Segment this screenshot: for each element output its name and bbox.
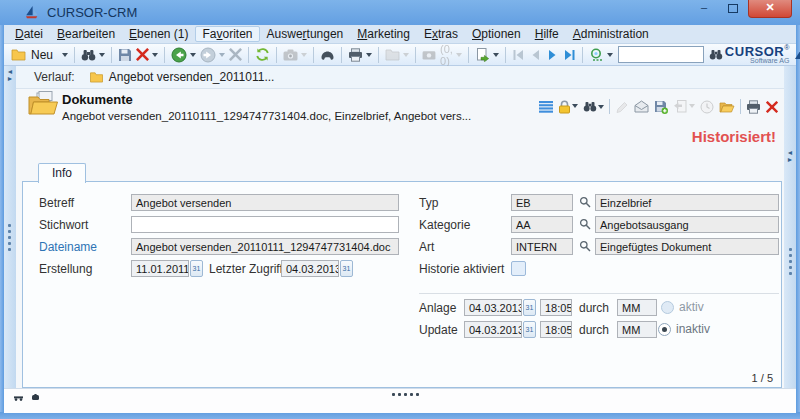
search-input[interactable]: [618, 46, 704, 63]
list-view-icon[interactable]: [539, 101, 553, 113]
left-splitter-handle[interactable]: [8, 224, 11, 251]
back-dropdown-icon[interactable]: [190, 53, 196, 60]
update-time-field[interactable]: 18:05: [540, 321, 572, 338]
anlage-date-field[interactable]: 04.03.2013: [464, 299, 522, 316]
record-search-button[interactable]: [583, 101, 604, 112]
print-button[interactable]: [346, 47, 374, 63]
record-subtitle: Angebot versenden_20110111_1294747731404…: [62, 110, 471, 122]
record-search-dropdown-icon[interactable]: [598, 105, 604, 112]
art-code-field[interactable]: INTERN: [511, 238, 573, 255]
radio-inaktiv[interactable]: inaktiv: [658, 322, 710, 336]
menu-item-optionen[interactable]: Optionen: [465, 26, 528, 42]
save-new-icon[interactable]: [654, 100, 668, 114]
typ-text-field[interactable]: Einzelbrief: [595, 194, 779, 211]
stichwort-field[interactable]: [131, 216, 399, 233]
typ-code-field[interactable]: EB: [511, 194, 573, 211]
export-button[interactable]: [473, 47, 501, 63]
camera-icon: [283, 49, 298, 61]
print-dropdown-icon[interactable]: [366, 53, 372, 60]
right-collapse-arrows-icon[interactable]: ◄►: [784, 66, 796, 163]
anlage-time-field[interactable]: 18:05: [540, 299, 572, 316]
vendor-logo: CURSOR® Software AG: [725, 43, 800, 66]
update-label: Update: [419, 323, 458, 337]
snapshot-button: [281, 48, 309, 62]
anlage-user-field[interactable]: MM: [617, 299, 657, 316]
menu-item-favoriten[interactable]: Favoriten: [195, 26, 259, 42]
delete-button[interactable]: [134, 47, 160, 62]
menu-item-ebenen-1[interactable]: Ebenen (1): [122, 26, 195, 42]
quick-search-dropdown-icon[interactable]: [607, 53, 613, 60]
history-label: Verlauf:: [34, 70, 75, 84]
status-badge: Historisiert!: [692, 128, 776, 145]
menu-item-administration[interactable]: Administration: [566, 26, 656, 42]
right-collapse-strip[interactable]: ◄►: [783, 66, 796, 388]
menu-item-datei[interactable]: Datei: [8, 26, 50, 42]
lock-dropdown-icon[interactable]: [572, 104, 578, 111]
kategorie-code-field[interactable]: AA: [511, 216, 573, 233]
minimize-button[interactable]: –: [690, 0, 718, 17]
statusbar-icon-2[interactable]: [31, 394, 40, 401]
update-user-field[interactable]: MM: [617, 321, 657, 338]
left-collapse-arrows-icon[interactable]: ◄►: [4, 66, 16, 82]
save-button[interactable]: [116, 47, 134, 63]
folder-gray-icon: [385, 48, 400, 61]
kategorie-lookup-icon[interactable]: [579, 218, 592, 231]
back-button[interactable]: [169, 46, 198, 64]
first-record-button: [510, 48, 527, 62]
art-lookup-icon[interactable]: [579, 240, 592, 253]
menu-item-hilfe[interactable]: Hilfe: [528, 26, 566, 42]
title-bar: CURSOR-CRM – ✕: [0, 0, 800, 25]
next-record-button[interactable]: [544, 48, 561, 62]
menu-item-extras[interactable]: Extras: [417, 26, 465, 42]
last-record-icon: [563, 49, 576, 61]
update-date-field[interactable]: 04.03.2013: [464, 321, 522, 338]
new-dropdown-icon[interactable]: [62, 53, 68, 60]
tab-info[interactable]: Info: [38, 163, 86, 183]
dateiname-field[interactable]: Angebot versenden_20110111_1294747731404…: [131, 238, 399, 255]
lock-button[interactable]: [558, 100, 578, 114]
export-dropdown-icon[interactable]: [493, 53, 499, 60]
open-mail-icon[interactable]: [634, 100, 649, 113]
maximize-button[interactable]: [719, 0, 747, 17]
statusbar-icon-1[interactable]: [14, 394, 23, 401]
menu-item-bearbeiten[interactable]: Bearbeiten: [50, 26, 122, 42]
refresh-button[interactable]: [253, 46, 272, 63]
historie-checkbox[interactable]: [511, 261, 526, 276]
radio-inaktiv-circle-icon[interactable]: [658, 323, 671, 336]
search-dropdown-icon[interactable]: [99, 53, 105, 60]
menu-item-marketing[interactable]: Marketing: [350, 26, 417, 42]
typ-label: Typ: [419, 196, 438, 210]
erstellung-calendar-button[interactable]: 31: [190, 260, 203, 277]
historie-label: Historie aktiviert: [419, 262, 504, 276]
vendor-sail-icon: [792, 47, 800, 63]
phone-button[interactable]: [318, 48, 337, 62]
record-print-icon[interactable]: [746, 100, 761, 114]
letzter-zugriff-label: Letzter Zugriff: [209, 262, 283, 276]
open-folder-icon[interactable]: [719, 100, 735, 113]
erstellung-date-field[interactable]: 11.01.2011: [131, 260, 189, 277]
update-calendar-button[interactable]: 31: [523, 321, 536, 338]
snapshot-dropdown-icon: [301, 53, 307, 60]
letzter-zugriff-date-field[interactable]: 04.03.2013: [281, 260, 339, 277]
horizontal-splitter-handle[interactable]: [392, 393, 419, 396]
history-item[interactable]: Angebot versenden_2011011...: [89, 70, 275, 84]
delete-dropdown-icon[interactable]: [152, 53, 158, 60]
dateiname-link-label[interactable]: Dateiname: [39, 240, 97, 254]
right-splitter-handle[interactable]: [789, 248, 792, 275]
kategorie-text-field[interactable]: Angebotsausgang: [595, 216, 779, 233]
search-button[interactable]: [79, 48, 107, 62]
close-button[interactable]: ✕: [748, 0, 792, 18]
quick-search-button[interactable]: [587, 47, 615, 63]
art-text-field[interactable]: Eingefügtes Dokument: [595, 238, 779, 255]
execute-search-button[interactable]: [707, 48, 725, 61]
menu-item-auswertungen[interactable]: Auswertungen: [260, 26, 351, 42]
zugriff-calendar-button[interactable]: 31: [340, 260, 353, 277]
last-record-button[interactable]: [561, 48, 578, 62]
record-close-icon[interactable]: [766, 101, 778, 113]
save-icon: [118, 48, 132, 62]
new-button[interactable]: Neu: [9, 47, 70, 63]
typ-lookup-icon[interactable]: [579, 196, 592, 209]
betreff-field[interactable]: Angebot versenden: [131, 194, 399, 211]
history-bar: Verlauf: Angebot versenden_2011011...: [16, 66, 784, 89]
anlage-calendar-button[interactable]: 31: [523, 299, 536, 316]
